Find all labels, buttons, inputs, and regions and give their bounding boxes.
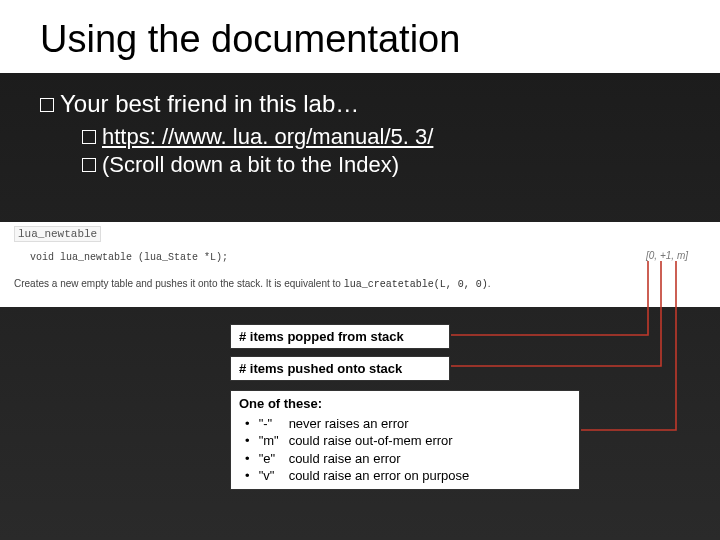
bullet-box-icon	[82, 158, 96, 172]
legend-sym: "e"	[259, 450, 289, 468]
bullet-scroll-hint: (Scroll down a bit to the Index)	[82, 152, 680, 178]
slide-title: Using the documentation	[0, 0, 720, 73]
bullet-link: https: //www. lua. org/manual/5. 3/	[82, 124, 680, 150]
doc-function-name: lua_newtable	[14, 226, 101, 242]
doc-desc-code: lua_createtable(L, 0, 0)	[344, 279, 488, 290]
slide-body: Your best friend in this lab… https: //w…	[40, 90, 680, 180]
legend-item: • "-"never raises an error	[245, 415, 571, 433]
legend-item: • "e"could raise an error	[245, 450, 571, 468]
doc-snippet: lua_newtable void lua_newtable (lua_Stat…	[0, 222, 720, 307]
bullet-main: Your best friend in this lab…	[40, 90, 680, 118]
legend-txt: never raises an error	[289, 416, 409, 431]
legend-txt: could raise an error on purpose	[289, 468, 470, 483]
bullet-box-icon	[82, 130, 96, 144]
bracket-popped: [0,	[646, 250, 657, 261]
legend-item: • "v"could raise an error on purpose	[245, 467, 571, 485]
bracket-errcode: m]	[677, 250, 688, 261]
legend-sym: "-"	[259, 415, 289, 433]
callout-error-legend: One of these: • "-"never raises an error…	[230, 390, 580, 490]
bullet-scroll-text: (Scroll down a bit to the Index)	[102, 152, 399, 177]
doc-description: Creates a new empty table and pushes it …	[14, 278, 490, 290]
callout-popped: # items popped from stack	[230, 324, 450, 349]
doc-stack-notation: [0, +1, m]	[646, 250, 688, 261]
callout-pushed: # items pushed onto stack	[230, 356, 450, 381]
bracket-pushed: +1,	[660, 250, 674, 261]
bullet-box-icon	[40, 98, 54, 112]
bullet-main-text: Your best friend in this lab…	[60, 90, 359, 117]
legend-txt: could raise an error	[289, 451, 401, 466]
doc-desc-pre: Creates a new empty table and pushes it …	[14, 278, 344, 289]
legend-sym: "v"	[259, 467, 289, 485]
legend-item: • "m"could raise out-of-mem error	[245, 432, 571, 450]
legend-heading: One of these:	[239, 395, 571, 413]
legend-sym: "m"	[259, 432, 289, 450]
doc-signature: void lua_newtable (lua_State *L);	[30, 252, 228, 263]
doc-desc-post: .	[488, 278, 491, 289]
doc-url[interactable]: https: //www. lua. org/manual/5. 3/	[102, 124, 433, 149]
legend-txt: could raise out-of-mem error	[289, 433, 453, 448]
legend-list: • "-"never raises an error • "m"could ra…	[239, 415, 571, 485]
